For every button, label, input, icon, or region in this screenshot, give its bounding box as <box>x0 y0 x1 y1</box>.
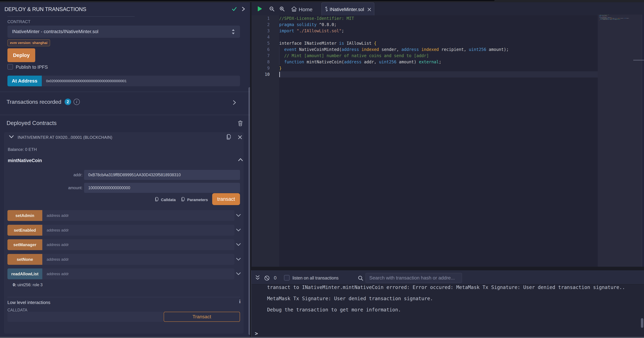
line-number: 9 <box>252 65 270 71</box>
field-label: addr: <box>48 173 82 177</box>
instance-balance: Balance: 0 ETH <box>8 147 37 152</box>
terminal-expand-icon[interactable] <box>255 275 260 280</box>
window-top-notch <box>0 0 495 1</box>
transactions-expand-icon[interactable] <box>233 100 236 105</box>
active-tab-label[interactable]: INativeMinter.sol <box>330 7 364 12</box>
line-number: 8 <box>252 59 270 65</box>
section-divider <box>0 115 250 115</box>
line-number: 4 <box>252 34 270 40</box>
lowlevel-heading: Low level interactions <box>8 300 50 305</box>
window-bottom-bar <box>0 337 644 338</box>
lowlevel-info-icon[interactable]: i <box>239 298 240 304</box>
listen-checkbox[interactable] <box>284 275 290 280</box>
line-number: 7 <box>252 53 270 59</box>
panel-scrollbar[interactable] <box>248 87 250 335</box>
function-collapse-icon[interactable] <box>238 158 243 162</box>
clear-instances-trash-icon[interactable] <box>238 120 243 126</box>
code-line: // Mint [amount] number of native coins … <box>279 53 429 59</box>
instance-caret-icon[interactable] <box>9 135 14 138</box>
tab-close-icon[interactable] <box>367 8 372 12</box>
run-script-play-icon[interactable] <box>257 6 262 12</box>
code-line: //SPDX-License-Identifier: MIT <box>279 15 354 22</box>
tab-home[interactable]: Home <box>299 6 312 12</box>
terminal-search-input[interactable] <box>366 273 462 283</box>
function-input-setEnabled[interactable] <box>42 225 234 236</box>
function-button-setManager[interactable]: setManager <box>8 239 42 250</box>
zoom-in-icon[interactable] <box>280 6 285 12</box>
code-line: } <box>279 65 282 71</box>
code-line: interface INativeMinter is IAllowList { <box>279 40 376 46</box>
deploy-button[interactable]: Deploy <box>8 48 35 62</box>
field-input-amount[interactable] <box>84 183 240 193</box>
editor-current-line <box>279 71 598 78</box>
terminal-scrollbar[interactable] <box>641 318 643 328</box>
function-input-readAllowList[interactable] <box>42 268 234 279</box>
zoom-out-icon[interactable] <box>269 6 274 12</box>
publish-to-ipfs-label: Publish to IPFS <box>16 64 48 70</box>
deployed-contract-card: INATIVEMINTER AT 0X020...00001 (BLOCKCHA… <box>4 132 244 334</box>
instance-title[interactable]: INATIVEMINTER AT 0X020...00001 (BLOCKCHA… <box>18 135 112 140</box>
clear-console-icon[interactable] <box>264 275 270 281</box>
function-input-setAdmin[interactable] <box>42 210 234 221</box>
function-expand-caret[interactable] <box>236 214 241 217</box>
transactions-recorded-label: Transactions recorded <box>6 99 61 105</box>
at-address-input[interactable] <box>42 76 240 86</box>
function-button-setEnabled[interactable]: setEnabled <box>8 225 42 236</box>
terminal-badge-count: 0 <box>274 275 276 281</box>
line-number: 5 <box>252 40 270 46</box>
calldata-copy-label[interactable]: Calldata <box>161 198 176 202</box>
terminal-log-line: Debug the transaction to get more inform… <box>267 307 401 313</box>
deploy-run-panel: DEPLOY & RUN TRANSACTIONS CONTRACT INati… <box>0 0 250 337</box>
calldata-copy-icon[interactable] <box>154 196 159 202</box>
transactions-info-icon[interactable]: i <box>74 99 80 105</box>
copy-address-icon[interactable] <box>226 134 231 140</box>
editor-scrollbar-track[interactable] <box>642 14 644 267</box>
field-input-addr[interactable] <box>84 170 240 180</box>
terminal-prompt[interactable]: > <box>255 330 258 336</box>
terminal-log-line: MetaMask Tx Signature: User denied trans… <box>267 296 433 302</box>
panel-title-underline <box>8 16 135 17</box>
function-button-readAllowList[interactable]: readAllowList <box>8 268 42 279</box>
code-line: pragma solidity ^0.8.0; <box>279 22 336 28</box>
parameters-copy-icon[interactable] <box>180 196 185 202</box>
lowlevel-calldata-input[interactable] <box>8 312 163 322</box>
solidity-file-icon <box>325 6 328 12</box>
field-label: amount: <box>48 186 82 190</box>
at-address-button[interactable]: At Address <box>8 76 42 86</box>
function-button-setNone[interactable]: setNone <box>8 254 42 265</box>
code-line: function mintNativeCoin(address addr, ui… <box>279 59 441 65</box>
function-input-setManager[interactable] <box>42 239 234 250</box>
contract-select[interactable]: INativeMinter - contracts/INativeMinter.… <box>8 26 240 38</box>
home-icon[interactable] <box>291 6 297 12</box>
publish-to-ipfs-checkbox[interactable] <box>8 64 13 70</box>
panel-collapse-icon[interactable] <box>242 7 245 11</box>
lowlevel-transact-button[interactable]: Transact <box>164 312 240 322</box>
function-expand-caret[interactable] <box>236 243 241 246</box>
editor-area: Home INativeMinter.sol 12345678910 //SPD… <box>252 2 644 267</box>
remove-instance-icon[interactable] <box>238 135 242 140</box>
search-icon <box>358 276 363 281</box>
call-output: 0: uint256: role 3 <box>13 282 43 287</box>
terminal-log-line: transact to INativeMinter.mintNativeCoin… <box>267 284 625 290</box>
line-number: 10 <box>252 71 270 78</box>
line-number: 3 <box>252 28 270 34</box>
listen-label: listen on all transactions <box>292 276 338 280</box>
function-expand-caret[interactable] <box>236 272 241 275</box>
deployed-contracts-heading: Deployed Contracts <box>6 120 57 126</box>
select-arrows-icon <box>231 29 235 35</box>
expanded-function-name: mintNativeCoin <box>8 158 42 163</box>
contract-label: CONTRACT <box>8 19 30 24</box>
remix-ide-window: DEPLOY & RUN TRANSACTIONS CONTRACT INati… <box>0 0 644 338</box>
function-expand-caret[interactable] <box>236 228 241 232</box>
parameters-copy-label[interactable]: Parameters <box>187 198 208 202</box>
line-number: 6 <box>252 46 270 53</box>
editor-minimap[interactable]: //SPDX-License-Identifier: MITpragma sol… <box>598 14 642 267</box>
plugin-active-check-icon <box>232 7 237 11</box>
function-button-setAdmin[interactable]: setAdmin <box>8 210 42 221</box>
function-input-setNone[interactable] <box>42 254 234 265</box>
transact-button[interactable]: transact <box>212 193 240 205</box>
function-expand-caret[interactable] <box>236 258 241 261</box>
line-number: 1 <box>252 15 270 22</box>
transactions-count-badge: 2 <box>64 98 71 105</box>
code-line: event NativeCoinMinted(address indexed s… <box>279 46 509 53</box>
